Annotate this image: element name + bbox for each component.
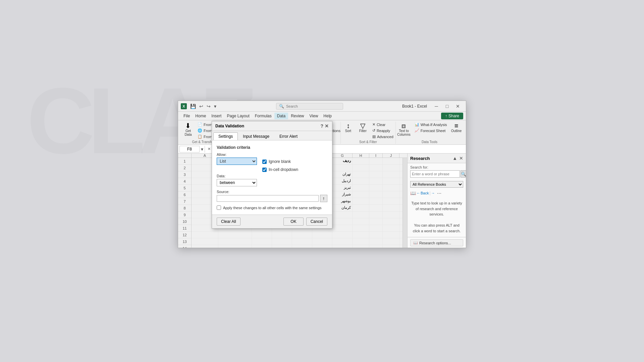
menu-page-layout[interactable]: Page Layout — [224, 113, 252, 119]
menu-formulas[interactable]: Formulas — [252, 113, 274, 119]
cell-i3[interactable] — [369, 171, 383, 178]
row-header-6[interactable]: 6 — [178, 191, 191, 198]
collapse-research-icon[interactable]: ▲ — [452, 156, 457, 161]
cell-j1[interactable] — [383, 158, 399, 164]
cell-j8[interactable] — [383, 205, 399, 211]
text-to-columns-button[interactable]: ⧈ Text toColumns — [396, 122, 412, 137]
row-header-1[interactable]: 1 — [178, 158, 191, 165]
close-research-icon[interactable]: ✕ — [459, 156, 463, 161]
clear-all-button[interactable]: Clear All — [217, 218, 240, 226]
row-header-2[interactable]: 2 — [178, 165, 191, 171]
row-header-8[interactable]: 8 — [178, 205, 191, 212]
row-header-3[interactable]: 3 — [178, 171, 191, 178]
dialog-help-icon[interactable]: ? — [320, 123, 323, 129]
cell-h6[interactable] — [353, 191, 369, 198]
cell-j3[interactable] — [383, 171, 399, 178]
share-button[interactable]: ↑ Share — [441, 113, 463, 119]
col-header-g[interactable]: G — [332, 154, 353, 158]
menu-review[interactable]: Review — [288, 113, 307, 119]
cell-i4[interactable] — [369, 178, 383, 184]
cell-h4[interactable] — [353, 178, 369, 184]
save-icon[interactable]: 💾 — [190, 104, 197, 109]
research-search-input[interactable] — [410, 170, 460, 178]
cell-h2[interactable] — [353, 165, 369, 171]
redo-icon[interactable]: ↪ — [206, 104, 211, 109]
cell-h8[interactable] — [353, 205, 369, 211]
menu-help[interactable]: Help — [321, 113, 334, 119]
menu-file[interactable]: File — [181, 113, 193, 119]
source-input[interactable] — [217, 195, 319, 202]
reference-books-select[interactable]: All Reference Books — [410, 181, 463, 188]
row-header-5[interactable]: 5 — [178, 185, 191, 191]
in-cell-dropdown-checkbox[interactable] — [262, 168, 267, 172]
col-header-h[interactable]: H — [353, 154, 369, 158]
clear-button[interactable]: ✕ Clear — [371, 122, 395, 127]
cell-h3[interactable] — [353, 171, 369, 178]
filter-button[interactable]: ▽ Filter — [356, 122, 370, 133]
tab-settings[interactable]: Settings — [213, 132, 238, 140]
cell-g1[interactable]: ردیف — [332, 158, 353, 164]
row-header-9[interactable]: 9 — [178, 212, 191, 218]
cell-h7[interactable] — [353, 198, 369, 204]
row-header-10[interactable]: 10 — [178, 218, 191, 225]
menu-home[interactable]: Home — [193, 113, 209, 119]
col-header-i[interactable]: I — [369, 154, 383, 158]
sort-button[interactable]: ↕ Sort — [341, 122, 355, 133]
minimize-button[interactable]: ─ — [431, 101, 442, 111]
cell-j6[interactable] — [383, 191, 399, 198]
cell-g7[interactable]: بوشهر — [332, 198, 353, 204]
cell-j5[interactable] — [383, 185, 399, 191]
row-header-11[interactable]: 11 — [178, 225, 191, 232]
whatif-analysis-button[interactable]: 📊 What-If Analysis — [413, 122, 448, 127]
menu-view[interactable]: View — [307, 113, 321, 119]
research-search-go-button[interactable]: 🔍 — [461, 170, 466, 178]
forward-button[interactable]: → — [431, 191, 435, 195]
allow-select[interactable]: List Any value Whole number Decimal Date… — [217, 158, 257, 165]
cell-g4[interactable]: اردبیل — [332, 178, 353, 184]
cell-h1[interactable] — [353, 158, 369, 164]
research-options-button[interactable]: 📖 Research options... — [410, 239, 463, 246]
undo-icon[interactable]: ↩ — [199, 104, 204, 109]
row-header-13[interactable]: 13 — [178, 238, 191, 245]
search-input[interactable] — [286, 104, 340, 108]
forecast-sheet-button[interactable]: 📈 Forecast Sheet — [413, 128, 448, 133]
menu-insert[interactable]: Insert — [209, 113, 224, 119]
back-button[interactable]: ← Back — [417, 191, 429, 195]
reapply-button[interactable]: ↺ Reapply — [371, 128, 395, 133]
cell-i1[interactable] — [369, 158, 383, 164]
apply-checkbox[interactable] — [217, 205, 221, 210]
row-header-7[interactable]: 7 — [178, 198, 191, 205]
row-header-4[interactable]: 4 — [178, 178, 191, 185]
row-header-12[interactable]: 12 — [178, 232, 191, 238]
get-data-button[interactable]: ⬇ GetData — [181, 122, 195, 137]
cell-g6[interactable]: شیراز — [332, 191, 353, 198]
cell-j4[interactable] — [383, 178, 399, 184]
dialog-close-icon[interactable]: ✕ — [325, 123, 329, 129]
cell-j7[interactable] — [383, 198, 399, 204]
row-header-14[interactable]: 14 — [178, 245, 191, 248]
advanced-button[interactable]: ▤ Advanced — [371, 134, 395, 139]
data-select[interactable]: between not between equal to not equal t… — [217, 179, 257, 186]
cell-i2[interactable] — [369, 165, 383, 171]
cell-i5[interactable] — [369, 185, 383, 191]
tab-input-message[interactable]: Input Message — [238, 132, 274, 140]
outline-button[interactable]: ≡ Outline — [450, 122, 463, 133]
tab-error-alert[interactable]: Error Alert — [274, 132, 303, 140]
more-qs-icon[interactable]: ▾ — [213, 104, 217, 109]
title-search-box[interactable]: 🔍 — [276, 103, 343, 110]
cell-reference-input[interactable] — [179, 146, 200, 153]
menu-data[interactable]: Data — [274, 113, 288, 119]
close-button[interactable]: ✕ — [452, 101, 463, 111]
ok-button[interactable]: OK — [283, 218, 303, 226]
cancel-button[interactable]: Cancel — [306, 218, 327, 226]
cell-i6[interactable] — [369, 191, 383, 198]
maximize-button[interactable]: □ — [442, 101, 452, 111]
nav-more-icon[interactable]: ⋯ — [437, 191, 441, 196]
source-range-button[interactable]: ↑ — [320, 195, 327, 202]
cell-i8[interactable] — [369, 205, 383, 211]
cell-h5[interactable] — [353, 185, 369, 191]
cell-g2[interactable] — [332, 165, 353, 171]
cell-g8[interactable]: کرمان — [332, 205, 353, 211]
col-header-j[interactable]: J — [383, 154, 399, 158]
ignore-blank-checkbox[interactable] — [262, 160, 267, 164]
